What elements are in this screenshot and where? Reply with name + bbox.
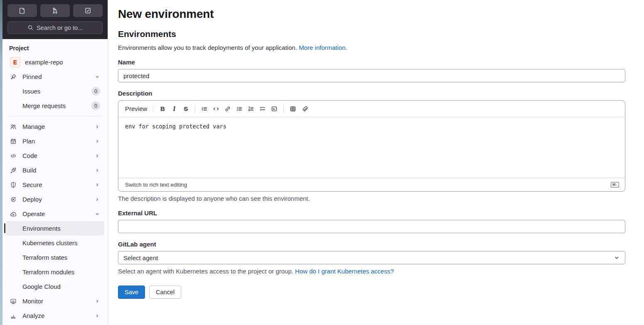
sidebar-item-plan[interactable]: Plan: [6, 134, 104, 148]
deploy-icon: [10, 196, 17, 203]
sidebar-item-build[interactable]: Build: [6, 163, 104, 177]
sidebar-item-kubernetes-clusters[interactable]: Kubernetes clusters: [6, 236, 104, 250]
sidebar-item-pinned[interactable]: Pinned: [6, 69, 104, 84]
sidebar-item-label: Build: [22, 167, 94, 174]
task-list-icon: [259, 106, 266, 112]
sidebar-project-item[interactable]: E example-repo: [6, 55, 104, 69]
name-input[interactable]: [118, 69, 625, 82]
merge-request-icon: [52, 7, 59, 14]
sidebar-item-label: Plan: [22, 138, 94, 145]
collapsible-section-button[interactable]: [268, 103, 280, 114]
bullet-list-button[interactable]: [234, 103, 245, 114]
sidebar-item-issues[interactable]: Issues 0: [6, 84, 104, 98]
cancel-button[interactable]: Cancel: [149, 286, 181, 299]
app-window: Search or go to... Project E example-rep…: [0, 0, 644, 325]
users-icon: [10, 123, 17, 130]
sidebar-item-merge-requests[interactable]: Merge requests 0: [6, 98, 104, 113]
preview-button[interactable]: Preview: [125, 105, 150, 112]
chevron-down-icon: [614, 255, 620, 261]
attach-file-button[interactable]: [299, 103, 310, 114]
todo-check-icon: [84, 7, 91, 14]
sidebar-item-label: Environments: [22, 225, 100, 232]
sidebar-item-label: Issues: [22, 88, 91, 95]
numbered-list-icon: [248, 106, 254, 112]
description-textarea-wrap: env for scoping protected vars: [118, 117, 625, 178]
todo-list-shortcut-button[interactable]: [73, 4, 103, 17]
form-actions: Save Cancel: [118, 286, 625, 299]
project-avatar: E: [10, 57, 20, 67]
code-button[interactable]: [210, 103, 222, 114]
collapsible-section-icon: [271, 106, 278, 112]
merge-requests-shortcut-button[interactable]: [40, 4, 70, 17]
sidebar-item-google-cloud[interactable]: Google Cloud: [6, 279, 104, 294]
sidebar-item-label: Monitor: [22, 298, 94, 305]
chevron-down-icon: [94, 74, 100, 80]
search-input[interactable]: Search or go to...: [7, 21, 103, 34]
description-textarea[interactable]: env for scoping protected vars: [118, 117, 625, 178]
chevron-right-icon: [94, 124, 100, 130]
sidebar-item-label: Pinned: [22, 73, 94, 80]
markdown-footer: Switch to rich text editing M↓: [118, 178, 625, 191]
page-title: New environment: [118, 7, 625, 21]
description-help-text: The description is displayed to anyone w…: [118, 195, 625, 202]
sidebar-item-manage[interactable]: Manage: [6, 119, 104, 134]
name-label: Name: [118, 59, 625, 66]
bullet-list-icon: [236, 106, 243, 112]
sidebar-section-label: Project: [6, 43, 104, 55]
strikethrough-button[interactable]: S: [180, 103, 192, 114]
issues-icon: [19, 7, 26, 14]
sidebar-item-analyze[interactable]: Analyze: [6, 308, 104, 323]
intro-text-body: Environments allow you to track deployme…: [118, 44, 299, 51]
description-label: Description: [118, 90, 625, 97]
italic-button[interactable]: I: [168, 103, 180, 114]
sidebar-item-label: Merge requests: [22, 102, 91, 109]
issues-shortcut-button[interactable]: [7, 4, 37, 17]
save-button[interactable]: Save: [118, 286, 145, 299]
project-name: example-repo: [25, 59, 100, 66]
external-url-input[interactable]: [118, 220, 625, 233]
sidebar-item-terraform-modules[interactable]: Terraform modules: [6, 265, 104, 279]
table-button[interactable]: [287, 103, 299, 114]
quote-button[interactable]: [199, 103, 210, 114]
sidebar-divider: [8, 116, 102, 116]
toolbar-divider: [153, 105, 153, 112]
toolbar-divider: [283, 105, 284, 112]
code-icon: [213, 106, 219, 112]
task-list-button[interactable]: [257, 103, 268, 114]
main-content: New environment Environments Environment…: [108, 0, 644, 325]
italic-icon: I: [173, 105, 175, 113]
sidebar-item-terraform-states[interactable]: Terraform states: [6, 250, 104, 265]
calendar-icon: [10, 138, 17, 145]
sidebar-item-label: Manage: [22, 123, 94, 130]
sidebar-item-label: Google Cloud: [22, 283, 100, 290]
bold-button[interactable]: B: [157, 103, 168, 114]
link-button[interactable]: [222, 103, 234, 114]
markdown-icon: M↓: [611, 182, 619, 187]
switch-to-rich-text-button[interactable]: Switch to rich text editing: [125, 182, 187, 188]
agent-help-text: Select an agent with Kubernetes access t…: [118, 268, 625, 275]
shield-icon: [10, 182, 17, 188]
intro-text: Environments allow you to track deployme…: [118, 44, 625, 51]
kubernetes-access-link[interactable]: How do I grant Kubernetes access?: [295, 268, 394, 275]
sidebar-item-monitor[interactable]: Monitor: [6, 294, 104, 308]
numbered-list-button[interactable]: [245, 103, 257, 114]
sidebar-item-code[interactable]: Code: [6, 148, 104, 163]
sidebar-item-deploy[interactable]: Deploy: [6, 192, 104, 207]
agent-select[interactable]: Select agent: [118, 251, 625, 264]
sidebar-item-secure[interactable]: Secure: [6, 177, 104, 192]
sidebar-item-label: Kubernetes clusters: [22, 239, 100, 246]
sidebar-nav: Project E example-repo Pinned Issues 0 M…: [2, 39, 108, 325]
sidebar-item-label: Operate: [22, 210, 94, 217]
sidebar-item-label: Analyze: [22, 312, 94, 319]
sidebar-item-environments[interactable]: Environments: [6, 221, 104, 236]
more-information-link[interactable]: More information.: [299, 44, 347, 51]
sidebar-item-operate[interactable]: Operate: [6, 207, 104, 221]
bold-icon: B: [160, 105, 165, 112]
sidebar: Search or go to... Project E example-rep…: [2, 0, 108, 325]
chevron-right-icon: [94, 153, 100, 159]
chevron-right-icon: [94, 313, 100, 319]
chevron-right-icon: [94, 197, 100, 202]
merge-requests-count-badge: 0: [91, 101, 100, 110]
chart-icon: [10, 313, 17, 319]
agent-help-body: Select an agent with Kubernetes access t…: [118, 268, 295, 275]
